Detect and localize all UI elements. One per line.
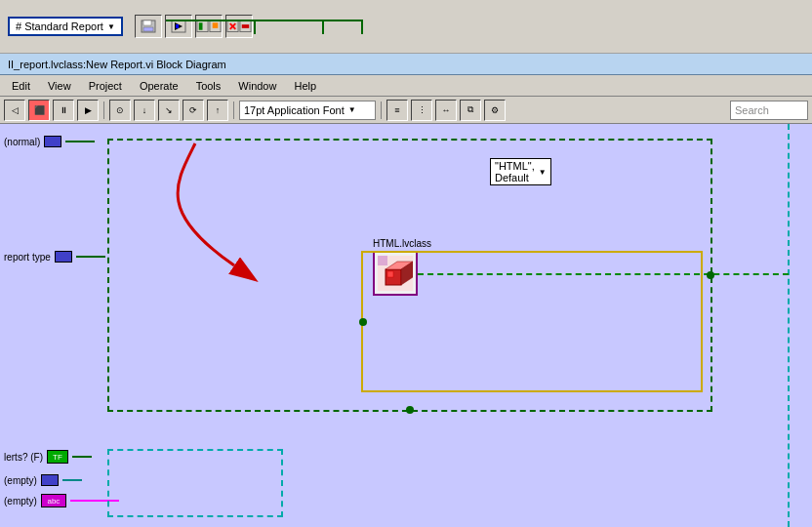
tb-sep-2 [233, 101, 234, 119]
top-connector-v2 [254, 20, 256, 34]
toolbar-icon-1[interactable] [135, 15, 162, 38]
svg-rect-5 [176, 24, 179, 28]
empty1-label: (empty) [4, 475, 37, 486]
menu-bar: Edit View Project Operate Tools Window H… [0, 75, 812, 97]
yellow-left-dot [359, 318, 367, 326]
report-type-wire [76, 256, 105, 258]
tb-align-btn[interactable]: ≡ [386, 100, 408, 121]
menu-operate[interactable]: Operate [132, 78, 186, 94]
right-connector-dot [707, 271, 714, 279]
empty1-label-row: (empty) [4, 474, 82, 486]
tb-sep-3 [381, 101, 382, 119]
font-dropdown-label: 17pt Application Font [244, 104, 345, 116]
toolbar-icon-2[interactable] [165, 15, 192, 38]
empty1-wire [62, 479, 82, 481]
normal-label: (normal) [4, 137, 40, 147]
empty1-terminal [41, 474, 59, 486]
menu-edit[interactable]: Edit [4, 78, 38, 94]
cyan-dashed-box [107, 449, 283, 517]
right-cyan-border [788, 124, 812, 527]
tb-step-btn[interactable]: ↓ [134, 100, 155, 121]
report-type-label: report type [4, 252, 51, 263]
tb-back-btn[interactable]: ◁ [4, 100, 25, 121]
top-connector-line [166, 20, 361, 21]
html-lvclass-label: HTML.lvclass [373, 238, 431, 249]
title-bar-text: II_report.lvclass:New Report.vi Block Di… [8, 59, 226, 70]
toolbar-icon-3[interactable] [195, 15, 223, 38]
tb-stop-btn[interactable]: ⬛ [28, 100, 50, 121]
multi-icon [196, 20, 222, 33]
menu-view[interactable]: View [40, 78, 79, 94]
tb-extra-btn[interactable]: ⚙ [484, 100, 506, 121]
html-dropdown-label: "HTML", Default [495, 160, 535, 183]
alerts-terminal: TF [47, 450, 68, 464]
menu-window[interactable]: Window [230, 78, 284, 94]
html-dropdown[interactable]: "HTML", Default [490, 158, 551, 185]
standard-report-label: # Standard Report [16, 20, 103, 32]
report-type-terminal [55, 251, 72, 263]
delete-icon [226, 20, 252, 33]
search-placeholder: Search [735, 104, 769, 116]
tb-pause-btn[interactable]: ⏸ [53, 100, 74, 121]
top-connector-v3 [322, 20, 324, 34]
tb-sep-1 [103, 101, 104, 119]
main-diagram-area: (normal) report type "HTML", Default HTM… [0, 124, 812, 527]
font-dropdown[interactable]: 17pt Application Font [239, 101, 376, 120]
normal-terminal [44, 136, 61, 147]
normal-wire [65, 141, 95, 142]
svg-rect-2 [143, 27, 153, 31]
svg-rect-1 [143, 20, 151, 25]
tb-step2-btn[interactable]: ↘ [158, 100, 180, 121]
empty2-label: (empty) [4, 496, 37, 507]
svg-rect-9 [213, 22, 219, 28]
toolbar-icon-4[interactable] [225, 15, 253, 38]
save-icon [141, 20, 156, 33]
svg-rect-14 [242, 24, 249, 28]
svg-rect-7 [199, 22, 203, 29]
tb-context-btn[interactable]: ⊙ [109, 100, 131, 121]
alerts-label-row: lerts? (F) TF [4, 450, 92, 464]
alerts-wire [72, 456, 92, 458]
menu-project[interactable]: Project [81, 78, 130, 94]
tb-resize-btn[interactable]: ↔ [435, 100, 457, 121]
toolbar-icon-group-1 [135, 15, 253, 38]
tb-dist-btn[interactable]: ⋮ [411, 100, 432, 121]
empty2-terminal: abc [41, 494, 66, 507]
standard-report-dropdown[interactable]: # Standard Report [8, 17, 123, 36]
run-icon [171, 20, 186, 33]
tb-step3-btn[interactable]: ⟳ [183, 100, 204, 121]
alerts-label: lerts? (F) [4, 452, 43, 463]
tb-order-btn[interactable]: ⧉ [460, 100, 481, 121]
tb-run-btn[interactable]: ▶ [77, 100, 99, 121]
search-box[interactable]: Search [730, 101, 808, 120]
second-toolbar: ◁ ⬛ ⏸ ▶ ⊙ ↓ ↘ ⟳ ↑ 17pt Application Font … [0, 97, 812, 124]
tb-step4-btn[interactable]: ↑ [207, 100, 228, 121]
bottom-connector-dot [406, 406, 414, 414]
top-connector-v [361, 20, 363, 34]
menu-tools[interactable]: Tools [188, 78, 229, 94]
menu-help[interactable]: Help [286, 78, 324, 94]
normal-label-row: (normal) [4, 136, 95, 147]
yellow-output-box [361, 251, 703, 392]
report-type-label-row: report type [4, 251, 105, 263]
title-bar: II_report.lvclass:New Report.vi Block Di… [0, 54, 812, 75]
empty2-label-row: (empty) abc [4, 494, 119, 507]
top-toolbar: # Standard Report [0, 0, 812, 54]
